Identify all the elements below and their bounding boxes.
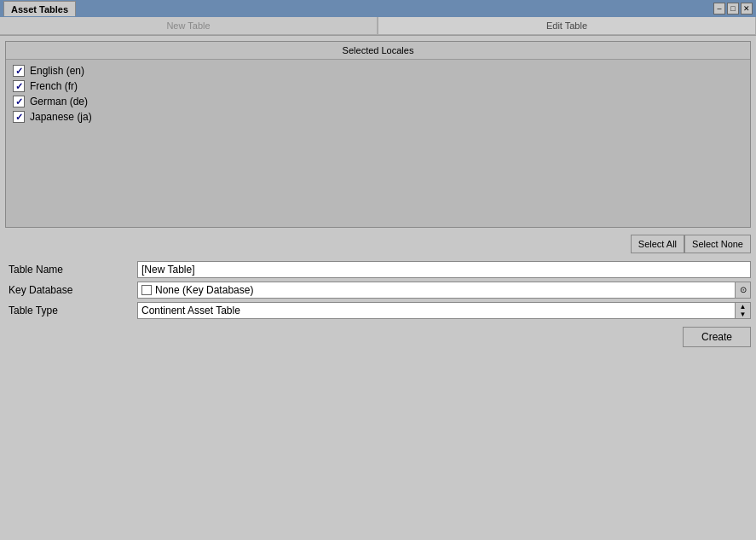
key-database-checkbox[interactable] <box>141 285 152 295</box>
create-label: Create <box>701 331 732 343</box>
select-all-button[interactable]: Select All <box>631 235 684 253</box>
edit-table-label: Edit Table <box>546 20 587 31</box>
table-type-dropdown[interactable]: Continent Asset Table ▲▼ <box>137 302 751 319</box>
minimize-icon[interactable]: – <box>713 3 725 15</box>
key-database-label: Key Database <box>5 284 137 296</box>
title-bar-controls: – □ ✕ <box>713 3 753 15</box>
content-area: Selected Locales English (en) French (fr… <box>0 36 756 540</box>
table-type-value: Continent Asset Table <box>138 303 735 318</box>
create-button[interactable]: Create <box>683 327 751 347</box>
form-section: Table Name Key Database None (Key Databa… <box>5 260 751 320</box>
german-checkbox[interactable] <box>13 96 25 107</box>
select-none-button[interactable]: Select None <box>684 235 751 253</box>
key-database-container: None (Key Database) ⊙ <box>137 282 751 299</box>
english-label: English (en) <box>30 65 84 77</box>
english-checkbox[interactable] <box>13 65 25 77</box>
list-item: Japanese (ja) <box>9 109 747 125</box>
table-name-label: Table Name <box>5 264 137 276</box>
french-checkbox[interactable] <box>13 80 25 92</box>
select-buttons: Select All Select None <box>5 231 751 255</box>
table-name-row: Table Name <box>5 260 751 279</box>
list-item: French (fr) <box>9 78 747 94</box>
key-database-row: Key Database None (Key Database) ⊙ <box>5 281 751 299</box>
close-icon[interactable]: ✕ <box>741 3 753 15</box>
title-tab-label: Asset Tables <box>11 4 68 15</box>
select-all-label: Select All <box>638 239 677 249</box>
toolbar: New Table Edit Table <box>0 17 756 36</box>
table-type-label: Table Type <box>5 305 137 316</box>
locales-panel-title: Selected Locales <box>6 42 750 60</box>
main-window: Asset Tables – □ ✕ New Table Edit Table … <box>0 0 756 540</box>
table-type-arrows-icon[interactable]: ▲▼ <box>735 303 750 318</box>
new-table-label: New Table <box>166 20 210 31</box>
japanese-checkbox[interactable] <box>13 111 25 123</box>
key-database-value: None (Key Database) <box>152 282 735 298</box>
maximize-icon[interactable]: □ <box>727 3 739 15</box>
french-label: French (fr) <box>30 80 78 92</box>
table-type-row: Table Type Continent Asset Table ▲▼ <box>5 301 751 320</box>
locales-title-text: Selected Locales <box>343 45 414 55</box>
title-bar: Asset Tables – □ ✕ <box>0 0 756 17</box>
japanese-label: Japanese (ja) <box>30 111 92 123</box>
title-bar-left: Asset Tables <box>3 1 76 16</box>
locales-panel: Selected Locales English (en) French (fr… <box>5 41 751 228</box>
title-tab: Asset Tables <box>3 1 76 16</box>
new-table-button[interactable]: New Table <box>0 17 378 35</box>
german-label: German (de) <box>30 96 88 107</box>
list-item: English (en) <box>9 63 747 78</box>
list-item: German (de) <box>9 94 747 109</box>
table-name-input[interactable] <box>137 261 751 278</box>
select-none-label: Select None <box>692 239 743 249</box>
edit-table-button[interactable]: Edit Table <box>378 17 756 35</box>
locale-list: English (en) French (fr) German (de) Jap… <box>6 60 750 227</box>
key-database-browse-icon[interactable]: ⊙ <box>735 282 750 298</box>
bottom-spacer <box>5 351 751 536</box>
create-row: Create <box>5 327 751 347</box>
